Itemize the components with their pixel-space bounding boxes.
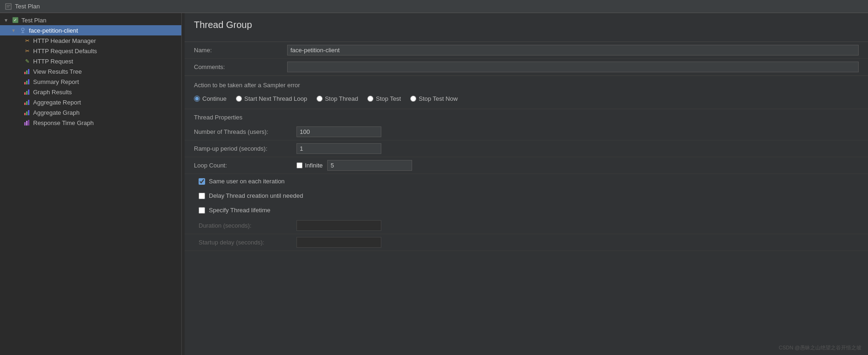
radio-stop-thread[interactable]: Stop Thread <box>317 95 358 102</box>
svg-rect-22 <box>28 110 29 115</box>
sidebar-item-aggregate-graph[interactable]: Aggregate Graph <box>0 107 181 118</box>
delay-thread-row: Delay Thread creation until needed <box>185 188 868 203</box>
http-request-icon: ✎ <box>23 57 31 65</box>
sidebar-item-label: Graph Results <box>33 89 72 96</box>
specify-lifetime-row: Specify Thread lifetime <box>185 203 868 217</box>
main-layout: ▼ ✓ Test Plan ▼ face-petition-client <box>0 13 868 355</box>
sidebar-item-http-request[interactable]: ✎ HTTP Request <box>0 56 181 66</box>
startup-delay-row: Startup delay (seconds): <box>185 234 868 251</box>
comments-input[interactable] <box>287 62 859 72</box>
svg-rect-17 <box>24 103 26 105</box>
svg-rect-8 <box>24 72 26 74</box>
sidebar: ▼ ✓ Test Plan ▼ face-petition-client <box>0 13 182 355</box>
radio-stop-test-input[interactable] <box>367 96 373 102</box>
sidebar-item-test-plan[interactable]: ▼ ✓ Test Plan <box>0 15 181 25</box>
sidebar-item-face-petition-client[interactable]: ▼ face-petition-client <box>0 25 181 35</box>
infinite-checkbox-label[interactable]: Infinite <box>296 162 323 169</box>
name-label: Name: <box>194 47 287 54</box>
same-user-label: Same user on each iteration <box>209 178 285 185</box>
num-threads-input[interactable] <box>296 126 381 137</box>
ramp-up-row: Ramp-up period (seconds): <box>185 140 868 157</box>
wrench-icon: ✂ <box>23 47 31 55</box>
ramp-up-label: Ramp-up period (seconds): <box>194 145 296 152</box>
page-title: Thread Group <box>194 20 859 30</box>
title-bar-text: Test Plan <box>15 3 40 10</box>
name-row: Name: <box>185 42 868 59</box>
thread-group-icon <box>19 27 27 34</box>
radio-stop-test-label: Stop Test <box>376 95 401 102</box>
radio-stop-thread-input[interactable] <box>317 96 323 102</box>
same-user-checkbox[interactable] <box>199 178 205 185</box>
loop-count-row: Loop Count: Infinite <box>185 157 868 174</box>
infinite-label: Infinite <box>305 162 323 169</box>
delay-thread-checkbox[interactable] <box>199 193 205 199</box>
results-tree-icon <box>23 68 31 75</box>
num-threads-label: Number of Threads (users): <box>194 128 296 135</box>
specify-lifetime-label: Specify Thread lifetime <box>209 207 270 214</box>
radio-continue[interactable]: Continue <box>194 95 227 102</box>
arrow-icon: ▼ <box>4 18 8 23</box>
sidebar-item-label: Test Plan <box>21 17 46 24</box>
svg-rect-12 <box>26 81 28 84</box>
radio-continue-label: Continue <box>202 95 227 102</box>
svg-rect-25 <box>28 120 29 125</box>
title-bar: Test Plan <box>0 0 868 13</box>
name-input[interactable] <box>287 45 859 56</box>
svg-rect-21 <box>26 111 28 115</box>
svg-rect-10 <box>28 69 29 74</box>
svg-rect-9 <box>26 70 28 74</box>
radio-stop-test[interactable]: Stop Test <box>367 95 401 102</box>
svg-text:✓: ✓ <box>14 18 17 22</box>
loop-count-label: Loop Count: <box>194 162 296 169</box>
sidebar-item-http-request-defaults[interactable]: ✂ HTTP Request Defaults <box>0 46 181 56</box>
same-user-row: Same user on each iteration <box>185 174 868 188</box>
duration-label: Duration (seconds): <box>194 222 296 229</box>
comments-label: Comments: <box>194 63 287 70</box>
infinite-checkbox[interactable] <box>296 162 303 168</box>
sidebar-item-label: Aggregate Report <box>33 99 81 106</box>
radio-stop-test-now-label: Stop Test Now <box>419 95 458 102</box>
loop-count-input[interactable] <box>327 160 412 171</box>
sidebar-item-label: Aggregate Graph <box>33 109 80 116</box>
duration-input[interactable] <box>296 220 381 231</box>
comments-row: Comments: <box>185 59 868 76</box>
wrench-icon: ✂ <box>23 37 31 44</box>
test-plan-icon: ✓ <box>12 16 19 24</box>
title-bar-icon <box>5 3 12 10</box>
num-threads-row: Number of Threads (users): <box>185 124 868 140</box>
svg-rect-11 <box>24 82 26 84</box>
delay-thread-label: Delay Thread creation until needed <box>209 192 303 199</box>
sidebar-item-label: Response Time Graph <box>33 119 94 126</box>
startup-delay-label: Startup delay (seconds): <box>194 239 296 246</box>
svg-rect-15 <box>26 91 28 95</box>
ramp-up-input[interactable] <box>296 143 381 154</box>
sidebar-item-graph-results[interactable]: Graph Results <box>0 87 181 97</box>
summary-report-icon <box>23 78 31 85</box>
radio-start-next-input[interactable] <box>236 96 242 102</box>
graph-results-icon <box>23 88 31 96</box>
sidebar-item-aggregate-report[interactable]: Aggregate Report <box>0 97 181 107</box>
specify-lifetime-checkbox[interactable] <box>199 207 205 214</box>
svg-rect-18 <box>26 101 28 105</box>
sidebar-item-http-header-manager[interactable]: ✂ HTTP Header Manager <box>0 35 181 46</box>
aggregate-report-icon <box>23 98 31 106</box>
svg-rect-20 <box>24 113 26 115</box>
action-options-row: Continue Start Next Thread Loop Stop Thr… <box>185 90 868 107</box>
startup-delay-input[interactable] <box>296 237 381 248</box>
sidebar-item-response-time-graph[interactable]: Response Time Graph <box>0 118 181 128</box>
radio-start-next-label: Start Next Thread Loop <box>244 95 307 102</box>
radio-stop-test-now-input[interactable] <box>410 96 416 102</box>
sidebar-item-label: face-petition-client <box>29 27 78 34</box>
radio-stop-test-now[interactable]: Stop Test Now <box>410 95 458 102</box>
main-content: Thread Group Name: Comments: Action to b… <box>185 13 868 355</box>
sidebar-item-summary-report[interactable]: Summary Report <box>0 77 181 87</box>
radio-stop-thread-label: Stop Thread <box>325 95 358 102</box>
sidebar-item-label: HTTP Request Defaults <box>33 48 97 55</box>
radio-continue-input[interactable] <box>194 96 200 102</box>
content-header: Thread Group <box>185 13 868 42</box>
sidebar-item-label: HTTP Request <box>33 58 73 65</box>
svg-rect-24 <box>26 121 28 125</box>
duration-row: Duration (seconds): <box>185 217 868 234</box>
radio-start-next[interactable]: Start Next Thread Loop <box>236 95 307 102</box>
sidebar-item-view-results-tree[interactable]: View Results Tree <box>0 66 181 77</box>
